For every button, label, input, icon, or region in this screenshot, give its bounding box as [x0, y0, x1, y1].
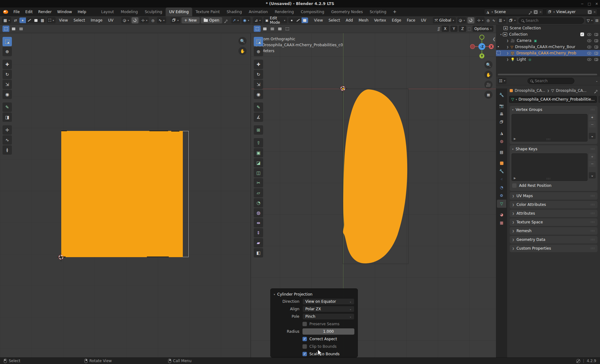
editor-type-selector[interactable]: ☰▾	[498, 17, 506, 24]
panel-grip-icon[interactable]: ∷∷	[591, 238, 595, 241]
new-collection-button[interactable]: ⊞	[595, 18, 598, 23]
workspace-tab-texture-paint[interactable]: Texture Paint	[192, 7, 223, 16]
tab-texture[interactable]: ▦	[497, 219, 506, 227]
workspace-tab-shading[interactable]: Shading	[223, 7, 245, 16]
disable-render-icon[interactable]	[594, 46, 598, 48]
expand-chevron-icon[interactable]: ▾	[500, 33, 502, 36]
workspace-tab-geometry-nodes[interactable]: Geometry Nodes	[328, 7, 366, 16]
panel-grip-icon[interactable]: ∷∷	[591, 247, 595, 250]
breadcrumb-object[interactable]: Drosophila_CA...	[515, 88, 545, 93]
menu-render[interactable]: Render	[35, 7, 54, 16]
tool-scale[interactable]: ⇲	[2, 80, 12, 89]
uv-new-image-button[interactable]: + New	[182, 17, 200, 23]
select-mode-invert[interactable]	[276, 26, 283, 32]
tab-world[interactable]: ◍	[497, 137, 506, 145]
hide-eye-icon[interactable]	[587, 46, 591, 48]
select-mode-subtract[interactable]	[18, 26, 24, 32]
tool-spin[interactable]: ◔	[254, 198, 263, 207]
menu-edit[interactable]: Edit	[22, 7, 35, 16]
uv-proportional-editing-toggle[interactable]: ◎	[150, 17, 156, 23]
tool-tweak[interactable]	[2, 37, 12, 46]
tool-edge-slide[interactable]: ⇹	[254, 218, 263, 227]
outliner-row-camera[interactable]: ❯ 🎥 Camera ▣	[496, 37, 600, 44]
hide-eye-icon[interactable]	[587, 33, 591, 36]
workspace-tab-layout[interactable]: Layout	[98, 7, 118, 16]
radius-slider[interactable]: 1.000	[302, 328, 354, 335]
vp-menu-edge[interactable]: Edge	[390, 16, 403, 24]
preserve-seams-checkbox[interactable]	[302, 322, 307, 326]
select-mode-subtract[interactable]	[269, 26, 276, 32]
hide-eye-icon[interactable]	[587, 58, 591, 61]
editor-type-selector[interactable]: ⊿▾	[253, 17, 262, 23]
tool-shrink-fatten[interactable]: ⇕	[254, 228, 263, 237]
tool-shear[interactable]: ▰	[254, 238, 263, 247]
align-select[interactable]: Polar ZX⌄	[302, 306, 354, 312]
mirror-z-button[interactable]: Z	[459, 26, 466, 32]
outliner-row-scene-collection[interactable]: ▬ Scene Collection	[496, 25, 600, 31]
editor-type-selector[interactable]: ▦▾	[2, 17, 11, 23]
pole-select[interactable]: Pinch⌄	[302, 313, 354, 320]
uv-select-mode-edge[interactable]	[26, 17, 32, 23]
outliner-search[interactable]	[518, 17, 584, 24]
workspace-tab-rendering[interactable]: Rendering	[271, 7, 297, 16]
view-layer-selector[interactable]: 🗇 ▾ ViewLayer ✕	[546, 9, 598, 15]
outliner-row-light[interactable]: ❯ 💡 Light ◎	[496, 56, 600, 62]
vp-menu-uv[interactable]: UV	[419, 16, 428, 24]
tab-object[interactable]	[497, 159, 506, 167]
expand-chevron-icon[interactable]: ❯	[507, 58, 509, 61]
outliner-search-input[interactable]	[526, 18, 581, 23]
panel-grip-icon[interactable]: ∷∷	[591, 203, 595, 206]
add-workspace-button[interactable]: +	[390, 7, 400, 16]
tab-physics[interactable]: ◔	[497, 183, 506, 192]
tab-material[interactable]: ◕	[497, 211, 506, 219]
properties-options-chevron[interactable]: ⌄	[596, 79, 598, 82]
section-color-attributes[interactable]: ❯Color Attributes∷∷	[510, 201, 598, 208]
vp-zoom-button[interactable]: 🔍	[484, 61, 492, 69]
uv-pivot-selector[interactable]: ◶▾	[121, 17, 131, 23]
snap-settings-icon[interactable]: ⬚	[468, 27, 471, 31]
tool-inset-faces[interactable]: ▣	[254, 148, 263, 157]
uv-pin-image-icon[interactable]	[226, 19, 228, 21]
uv-pan-button[interactable]: ✋	[238, 47, 247, 55]
tab-tool[interactable]: 🔧	[497, 91, 506, 99]
uv-gizmos-selector[interactable]: ↗▾	[231, 17, 240, 23]
list-expand-icon[interactable]: ▶	[514, 137, 516, 140]
uv-select-mode-island[interactable]: ▩	[39, 17, 46, 23]
tool-knife[interactable]: ✂	[254, 178, 263, 187]
tool-cursor[interactable]: ⊕	[254, 47, 263, 56]
tool-relax[interactable]: ∿	[2, 135, 12, 145]
pin-icon[interactable]	[530, 11, 532, 13]
select-mode-extend[interactable]	[10, 26, 17, 32]
select-mode-intersect[interactable]	[284, 26, 291, 32]
uv-menu-image[interactable]: Image	[88, 16, 105, 24]
tool-measure[interactable]: ∡	[254, 112, 263, 122]
vp-snap-toggle[interactable]	[468, 17, 474, 23]
vp-menu-view[interactable]: View	[312, 16, 325, 24]
panel-grip-icon[interactable]: ∷∷	[591, 108, 595, 111]
tab-object-data[interactable]: ▽	[497, 200, 506, 208]
tool-bevel[interactable]: ◪	[254, 158, 263, 167]
uv-snap-target-selector[interactable]: ⊹▾	[140, 17, 149, 23]
remove-vertex-group-button[interactable]: −	[589, 121, 596, 127]
minimize-button[interactable]: ─	[581, 2, 583, 6]
mode-selector[interactable]: ▣Edit Mode▾	[263, 17, 287, 23]
shape-key-specials-button[interactable]: ⌄	[589, 172, 596, 178]
menu-file[interactable]: File	[11, 7, 22, 16]
panel-grip-icon[interactable]: ∷∷	[591, 221, 595, 224]
vp-menu-vertex[interactable]: Vertex	[372, 16, 388, 24]
vertex-groups-list[interactable]: ▶ ∷∷	[512, 114, 588, 142]
new-view-layer-button[interactable]	[588, 10, 592, 14]
vp-pan-button[interactable]: ✋	[484, 71, 492, 79]
tool-annotate[interactable]: ✎	[2, 102, 12, 112]
tool-transform[interactable]: ◉	[2, 90, 12, 99]
select-mode-new[interactable]	[254, 26, 261, 32]
direction-select[interactable]: View on Equator⌄	[302, 298, 354, 305]
vp-menu-add[interactable]: Add	[343, 16, 355, 24]
uv-menu-view[interactable]: View	[57, 16, 70, 24]
list-resize-grip-icon[interactable]: ∷∷	[547, 177, 551, 180]
tool-rip-region[interactable]: ◧	[254, 248, 263, 257]
uv-zoom-button[interactable]: 🔍	[238, 37, 247, 45]
tool-cursor[interactable]: ⊕	[2, 47, 12, 56]
properties-search-input[interactable]	[535, 79, 572, 83]
properties-search[interactable]	[528, 78, 574, 84]
